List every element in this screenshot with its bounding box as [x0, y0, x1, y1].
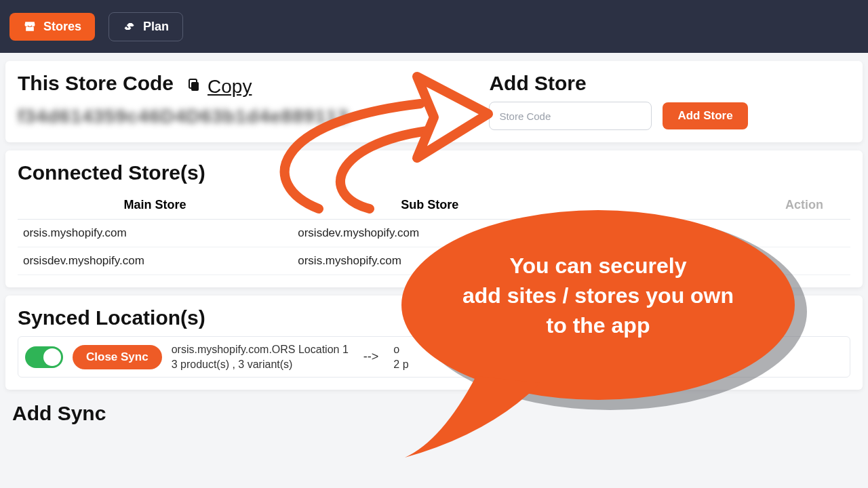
synced-locations-title: Synced Location(s)	[18, 306, 850, 329]
nav-stores-label: Stores	[43, 20, 81, 34]
col-main-store: Main Store	[18, 191, 292, 220]
store-code-input[interactable]	[489, 102, 652, 130]
connected-stores-table: Main Store Sub Store Action orsis.myshop…	[18, 191, 850, 275]
sync-source: orsis.myshopify.com.ORS Location 1 3 pro…	[172, 342, 349, 371]
nav-stores-button[interactable]: Stores	[9, 13, 95, 41]
cell-main: orsisdev.myshopify.com	[18, 247, 292, 275]
cell-main: orsis.myshopify.com	[18, 220, 292, 247]
top-nav: Stores Plan	[0, 0, 868, 53]
table-row: orsis.myshopify.com orsisdev.myshopify.c…	[18, 220, 850, 247]
store-code-value: f34d614359c46D4D63b1d4e889113	[18, 106, 475, 127]
store-code-panel: This Store Code Copy f34d614359c46D4D63b…	[5, 61, 863, 142]
add-store-button[interactable]: Add Store	[663, 102, 747, 129]
sync-target: orsisdev.myshopify.com from SKU 2 p	[393, 342, 843, 371]
store-icon	[23, 20, 37, 33]
handshake-icon	[123, 20, 136, 33]
copy-code-button[interactable]: Copy	[186, 76, 252, 98]
connected-stores-title: Connected Store(s)	[18, 161, 850, 184]
sync-toggle[interactable]	[25, 346, 63, 368]
this-store-code-title: This Store Code	[18, 72, 174, 95]
copy-label: Copy	[208, 76, 252, 98]
copy-icon	[186, 76, 202, 98]
col-action: Action	[567, 191, 850, 220]
add-store-title: Add Store	[489, 72, 850, 95]
cell-sub: orsis.myshopify.com	[292, 247, 567, 275]
add-sync-title: Add Sync	[12, 402, 868, 425]
svg-rect-0	[191, 82, 199, 91]
nav-plan-label: Plan	[143, 20, 169, 34]
connected-stores-panel: Connected Store(s) Main Store Sub Store …	[5, 150, 863, 287]
close-sync-button[interactable]: Close Sync	[73, 345, 162, 369]
table-row: orsisdev.myshopify.com orsis.myshopify.c…	[18, 247, 850, 275]
cell-sub: orsisdev.myshopify.com	[292, 220, 567, 247]
col-sub-store: Sub Store	[292, 191, 567, 220]
synced-locations-panel: Synced Location(s) Close Sync orsis.mysh…	[5, 296, 863, 390]
sync-arrow-text: -->	[358, 350, 384, 364]
nav-plan-button[interactable]: Plan	[108, 12, 183, 41]
